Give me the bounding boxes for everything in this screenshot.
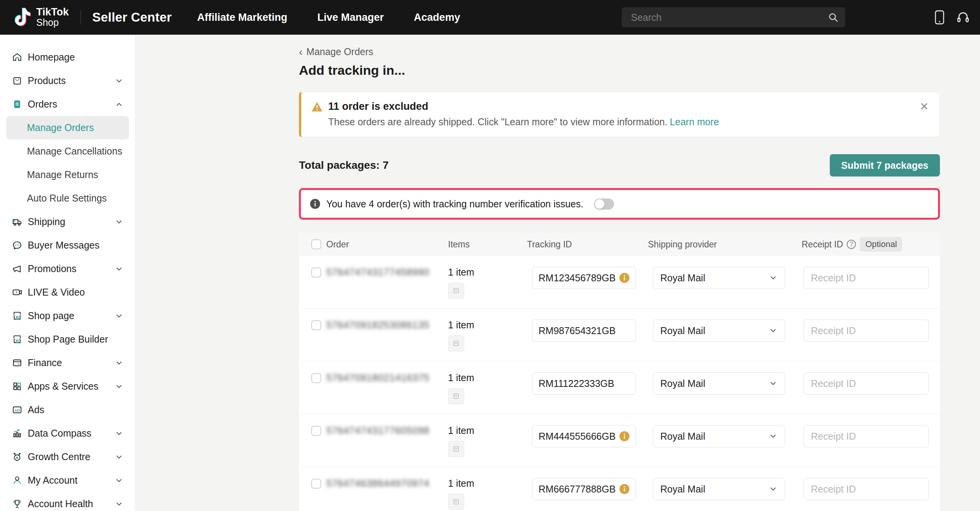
sidebar-item-apps-services[interactable]: Apps & Services [0, 375, 135, 398]
row-checkbox[interactable] [311, 267, 321, 277]
sidebar-item-data-compass[interactable]: Data Compass [0, 422, 135, 445]
global-search[interactable] [622, 7, 845, 27]
sidebar-item-products[interactable]: Products [0, 69, 135, 92]
chevron-down-icon [769, 326, 778, 335]
tracking-id-input[interactable]: RM444555666GB [532, 425, 636, 447]
products-icon [12, 76, 22, 86]
tracking-id-input[interactable]: RM666777888GB [532, 478, 636, 500]
svg-text:AD: AD [14, 408, 20, 412]
row-checkbox[interactable] [311, 479, 321, 489]
optional-badge: Optional [860, 237, 902, 252]
sidebar-item-finance[interactable]: Finance [0, 351, 135, 375]
sidebar-item-label: Finance [28, 357, 62, 368]
row-checkbox[interactable] [311, 426, 321, 436]
provider-value: Royal Mail [660, 272, 705, 284]
shipping-provider-select[interactable]: Royal Mail [653, 478, 785, 500]
receipt-id-input[interactable] [804, 267, 929, 289]
sidebar-item-account-health[interactable]: Account Health [0, 492, 135, 511]
sidebar-item-ads[interactable]: AD Ads [0, 398, 135, 422]
sidebar-item-homepage[interactable]: Homepage [0, 45, 135, 69]
receipt-id-input[interactable] [804, 478, 929, 500]
shipping-provider-select[interactable]: Royal Mail [653, 425, 785, 447]
breadcrumb[interactable]: ‹ Manage Orders [299, 35, 373, 57]
video-camera-icon [12, 287, 22, 298]
nav-link-academy[interactable]: Academy [414, 12, 460, 24]
megaphone-icon [12, 264, 22, 274]
col-header-tracking: Tracking ID [527, 239, 648, 250]
nav-icon-group [935, 10, 970, 25]
items-cell: 1 item [448, 319, 527, 351]
chat-bubble-icon [12, 240, 22, 251]
sidebar-item-auto-rule-settings[interactable]: Auto Rule Settings [6, 187, 129, 210]
tracking-id-input[interactable]: RM111222333GB [532, 372, 636, 395]
shipping-provider-select[interactable]: Royal Mail [653, 319, 785, 342]
shipping-provider-select[interactable]: Royal Mail [653, 267, 785, 289]
sidebar-subitem-label: Auto Rule Settings [27, 193, 107, 204]
item-count: 1 item [448, 478, 474, 489]
sidebar-item-manage-orders[interactable]: Manage Orders [6, 116, 129, 140]
chevron-down-icon [114, 452, 124, 462]
chevron-down-icon [114, 217, 124, 227]
sidebar-item-live-video[interactable]: LIVE & Video [0, 281, 135, 304]
row-checkbox[interactable] [311, 373, 321, 383]
sidebar-item-label: Apps & Services [28, 381, 98, 392]
chevron-down-icon [769, 432, 778, 441]
sidebar-item-manage-cancellations[interactable]: Manage Cancellations [6, 140, 129, 163]
help-question-icon[interactable]: ? [847, 240, 856, 249]
row-checkbox[interactable] [311, 320, 321, 330]
product-thumbnail [448, 494, 464, 510]
receipt-id-input[interactable] [804, 319, 929, 342]
items-cell: 1 item [448, 267, 527, 299]
tracking-id-input[interactable]: RM987654321GB [532, 319, 636, 342]
search-input[interactable] [630, 12, 827, 24]
tracking-id-input[interactable]: RM123456789GB [532, 267, 636, 289]
storefront-icon [12, 311, 22, 321]
search-icon[interactable] [827, 12, 839, 23]
sidebar-item-growth-centre[interactable]: Growth Centre [0, 445, 135, 469]
chevron-down-icon [114, 429, 124, 438]
tracking-id-value: RM123456789GB [539, 272, 616, 284]
medal-icon [12, 452, 22, 462]
sidebar-item-manage-returns[interactable]: Manage Returns [6, 163, 129, 187]
tracking-warning-icon[interactable] [619, 431, 629, 441]
support-headset-icon[interactable] [956, 10, 970, 24]
table-row: 576470918253086135 1 item RM987654321GB … [299, 309, 940, 361]
sidebar-item-label: Shop Page Builder [28, 334, 108, 345]
sidebar-item-orders[interactable]: Orders [0, 92, 135, 116]
sidebar-item-label: Ads [28, 404, 44, 415]
trophy-icon [12, 499, 22, 509]
sidebar-item-promotions[interactable]: Promotions [0, 257, 135, 281]
sidebar-item-my-account[interactable]: My Account [0, 469, 135, 492]
mobile-app-icon[interactable] [935, 10, 945, 25]
sidebar-item-buyer-messages[interactable]: Buyer Messages [0, 234, 135, 257]
order-id-blurred: 576470918021416375 [326, 372, 438, 383]
chevron-down-icon [114, 499, 124, 509]
nav-link-live-manager[interactable]: Live Manager [317, 12, 384, 24]
total-packages-label: Total packages: 7 [299, 159, 389, 171]
nav-divider [81, 10, 81, 25]
sidebar-item-shop-page[interactable]: Shop page [0, 304, 135, 328]
credit-card-icon [12, 358, 22, 368]
nav-link-affiliate-marketing[interactable]: Affiliate Marketing [197, 12, 287, 24]
tiktok-shop-logo[interactable]: TikTok Shop [12, 6, 69, 29]
tracking-id-value: RM666777888GB [539, 484, 616, 495]
items-cell: 1 item [448, 372, 527, 404]
sidebar-subitem-label: Manage Returns [27, 169, 98, 180]
chevron-down-icon [114, 264, 124, 274]
nav-links: Affiliate Marketing Live Manager Academy [197, 12, 460, 24]
sidebar-item-shipping[interactable]: Shipping [0, 210, 135, 234]
close-icon[interactable]: ✕ [920, 101, 929, 112]
tracking-warning-icon[interactable] [619, 484, 629, 494]
receipt-id-input[interactable] [804, 372, 929, 395]
product-thumbnail [448, 282, 464, 299]
learn-more-link[interactable]: Learn more [670, 116, 719, 127]
receipt-id-input[interactable] [804, 425, 929, 447]
shipping-provider-select[interactable]: Royal Mail [653, 372, 785, 395]
tracking-warning-icon[interactable] [619, 273, 629, 283]
select-all-checkbox[interactable] [311, 239, 321, 249]
submit-packages-button[interactable]: Submit 7 packages [830, 154, 940, 176]
verification-toggle[interactable] [594, 198, 614, 210]
item-count: 1 item [448, 372, 474, 383]
items-cell: 1 item [448, 425, 527, 457]
sidebar-item-shop-page-builder[interactable]: Shop Page Builder [0, 328, 135, 351]
